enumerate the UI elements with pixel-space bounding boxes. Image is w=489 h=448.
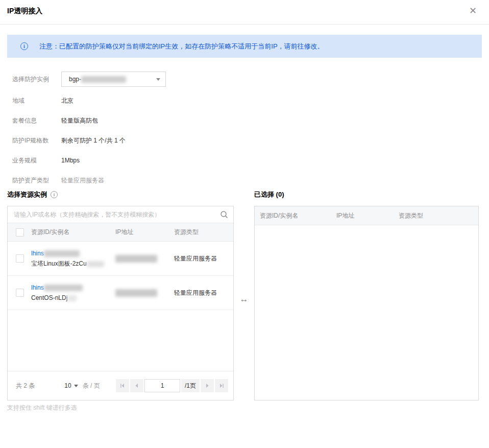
asset-type-value: 轻量应用服务器 xyxy=(61,176,104,185)
last-page-button[interactable] xyxy=(215,379,228,392)
title-divider xyxy=(0,24,489,25)
col-ip: IP地址 xyxy=(115,228,174,237)
table-row[interactable]: lhins 宝塔Linux面板-2zCu 轻量应用服务器 xyxy=(8,242,233,276)
bandwidth-label: 业务规模 xyxy=(12,156,61,165)
redacted-ip xyxy=(115,255,157,263)
resource-id-link[interactable]: lhins xyxy=(31,248,115,258)
resource-cell: lhins CentOS-nLDj xyxy=(31,282,115,303)
row-checkbox[interactable] xyxy=(16,254,24,263)
ip-spec-label: 防护IP规格数 xyxy=(12,136,61,145)
page-size-select[interactable]: 10 条 / 页 xyxy=(64,382,100,390)
target-panel: 资源ID/实例名 IP地址 资源类型 xyxy=(254,206,479,400)
row-checkbox-cell xyxy=(8,254,31,263)
bandwidth-value: 1Mbps xyxy=(61,157,80,164)
chevron-down-icon xyxy=(74,385,78,387)
table-row[interactable]: lhins CentOS-nLDj 轻量应用服务器 xyxy=(8,276,233,310)
form-row-bandwidth: 业务规模 1Mbps xyxy=(12,153,80,168)
prev-page-button[interactable] xyxy=(130,379,143,392)
search-input[interactable] xyxy=(8,206,233,223)
select-all-checkbox[interactable] xyxy=(16,228,24,237)
close-icon[interactable]: ✕ xyxy=(469,5,477,16)
total-count: 共 2 条 xyxy=(16,382,35,390)
notice-banner: i 注意：已配置的防护策略仅对当前绑定的IP生效，如存在防护策略不适用于当前IP… xyxy=(7,35,482,58)
pager: /1页 xyxy=(116,379,228,392)
instance-value-prefix: bgp- xyxy=(69,76,81,83)
page-size-value: 10 xyxy=(64,382,71,389)
region-label: 地域 xyxy=(12,97,61,105)
package-label: 套餐信息 xyxy=(12,116,61,125)
redacted-resource-id xyxy=(44,285,83,291)
notice-text: 注意：已配置的防护策略仅对当前绑定的IP生效，如存在防护策略不适用于当前IP，请… xyxy=(39,42,324,51)
row-checkbox[interactable] xyxy=(16,289,24,297)
resource-name: CentOS-nLDj xyxy=(31,293,115,303)
ip-transparent-access-dialog: IP透明接入 ✕ i 注意：已配置的防护策略仅对当前绑定的IP生效，如存在防护策… xyxy=(0,0,489,448)
next-page-button[interactable] xyxy=(201,379,214,392)
pagination-bar: 共 2 条 10 条 / 页 /1页 xyxy=(8,371,233,400)
ip-cell xyxy=(115,254,174,262)
target-section-label: 已选择 (0) xyxy=(254,190,284,199)
resource-id-prefix: lhins xyxy=(31,250,44,257)
info-circle-icon: i xyxy=(20,42,28,50)
asset-type-label: 防护资产类型 xyxy=(12,176,61,185)
search-icon[interactable] xyxy=(220,210,228,221)
dialog-title: IP透明接入 xyxy=(7,7,42,16)
redacted-resource-id xyxy=(44,250,80,257)
col-type: 资源类型 xyxy=(399,211,478,220)
col-type: 资源类型 xyxy=(174,228,233,237)
page-number-input[interactable] xyxy=(144,379,180,392)
page-size-unit: 条 / 页 xyxy=(83,382,100,390)
form-row-region: 地域 北京 xyxy=(12,93,74,108)
ip-spec-value: 剩余可防护 1 个/共 1 个 xyxy=(61,136,126,145)
resource-type: 轻量应用服务器 xyxy=(174,289,233,297)
source-section-label: 选择资源实例 i xyxy=(7,190,58,199)
row-checkbox-cell xyxy=(8,289,31,297)
form-row-package: 套餐信息 轻量版高防包 xyxy=(12,113,98,128)
info-icon: i xyxy=(51,191,58,198)
total-pages: /1页 xyxy=(181,379,200,392)
redacted-name-suffix xyxy=(87,261,104,267)
ip-cell xyxy=(115,289,174,296)
source-panel: 资源ID/实例名 IP地址 资源类型 lhins 宝塔Linux面板-2zCu … xyxy=(7,206,234,400)
multi-select-hint: 支持按住 shift 键进行多选 xyxy=(7,404,77,412)
redacted-ip xyxy=(115,289,157,297)
protect-instance-select[interactable]: bgp- xyxy=(61,72,166,87)
source-section-text: 选择资源实例 xyxy=(7,190,47,199)
resource-name: 宝塔Linux面板-2zCu xyxy=(31,258,115,269)
resource-id-prefix: lhins xyxy=(31,284,44,291)
package-value: 轻量版高防包 xyxy=(61,116,98,125)
target-table-header: 资源ID/实例名 IP地址 资源类型 xyxy=(255,206,478,225)
resource-id-link[interactable]: lhins xyxy=(31,282,115,293)
chevron-down-icon xyxy=(156,78,160,81)
resource-cell: lhins 宝塔Linux面板-2zCu xyxy=(31,248,115,269)
resource-type: 轻量应用服务器 xyxy=(174,254,233,263)
instance-label: 选择防护实例 xyxy=(12,75,61,84)
col-ip: IP地址 xyxy=(336,211,399,220)
selected-count-text: 已选择 (0) xyxy=(254,190,284,199)
redacted-instance-id xyxy=(81,76,126,83)
search-row xyxy=(8,206,233,223)
source-table-header: 资源ID/实例名 IP地址 资源类型 xyxy=(8,223,233,242)
form-row-asset-type: 防护资产类型 轻量应用服务器 xyxy=(12,173,104,188)
resource-name-text: CentOS-nLDj xyxy=(31,294,67,301)
redacted-name-suffix xyxy=(67,295,77,301)
form-row-ip-spec: 防护IP规格数 剩余可防护 1 个/共 1 个 xyxy=(12,133,126,148)
first-page-button[interactable] xyxy=(116,379,129,392)
resource-name-text: 宝塔Linux面板-2zCu xyxy=(31,260,87,267)
col-resource-id: 资源ID/实例名 xyxy=(260,211,336,220)
form-row-instance: 选择防护实例 bgp- xyxy=(12,72,166,87)
col-resource-id: 资源ID/实例名 xyxy=(31,228,115,237)
region-value: 北京 xyxy=(61,97,74,105)
transfer-arrow-icon: ↔ xyxy=(238,294,250,304)
select-all-cell xyxy=(8,228,31,237)
